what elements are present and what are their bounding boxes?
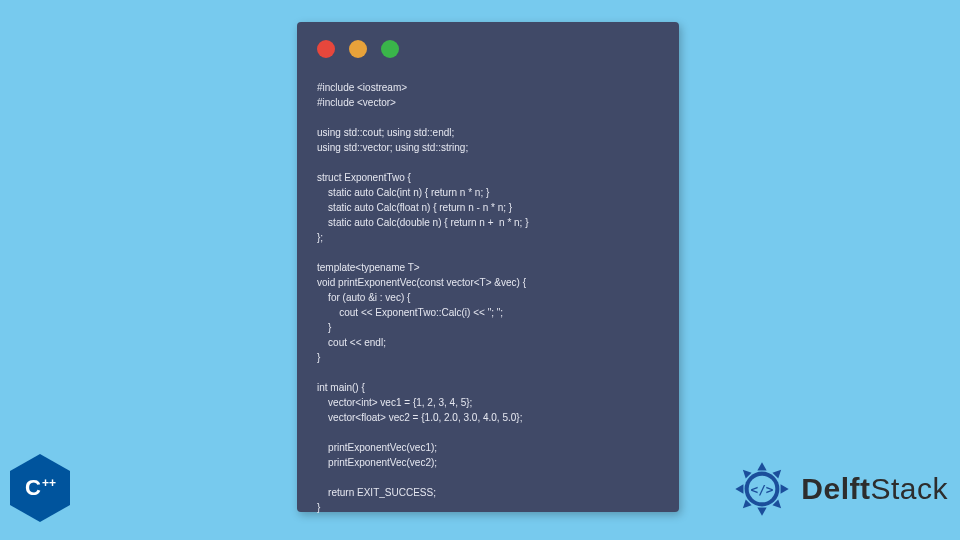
svg-marker-1 — [758, 508, 767, 516]
cpp-letter: C — [25, 475, 41, 501]
cpp-plus: ++ — [42, 476, 56, 490]
minimize-icon[interactable] — [349, 40, 367, 58]
svg-marker-0 — [758, 462, 767, 470]
window-controls — [317, 40, 399, 58]
delftstack-text: DelftStack — [801, 472, 948, 506]
svg-text:</>: </> — [751, 482, 774, 497]
cpp-logo: C++ — [10, 454, 70, 522]
cpp-hexagon-icon: C++ — [10, 454, 70, 522]
close-icon[interactable] — [317, 40, 335, 58]
gear-icon: </> — [733, 460, 791, 518]
stack-word: Stack — [870, 472, 948, 505]
code-window: #include <iostream> #include <vector> us… — [297, 22, 679, 512]
svg-marker-3 — [781, 484, 789, 493]
code-block: #include <iostream> #include <vector> us… — [317, 80, 663, 515]
svg-marker-2 — [736, 484, 744, 493]
delftstack-logo: </> DelftStack — [733, 460, 948, 518]
delft-word: Delft — [801, 472, 870, 505]
maximize-icon[interactable] — [381, 40, 399, 58]
